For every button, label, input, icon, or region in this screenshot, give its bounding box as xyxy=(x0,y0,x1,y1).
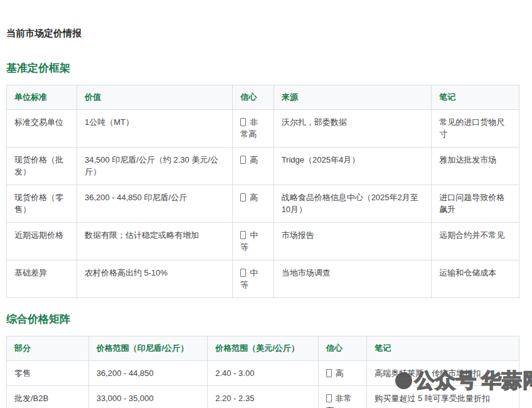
confidence-label: 高 xyxy=(250,193,258,202)
missing-glyph-icon xyxy=(240,231,246,239)
table-cell: 2.20 - 2.35 xyxy=(208,386,318,408)
table-cell: 当地市场调查 xyxy=(274,260,432,298)
table-cell: Tridge（2025年4月） xyxy=(274,147,432,185)
table-cell: 零售 xyxy=(7,360,89,386)
table-cell: 33,000 - 35,000 xyxy=(88,386,208,408)
table-cell: 标准交易单位 xyxy=(7,109,77,147)
column-header: 价格范围（美元/公斤） xyxy=(208,336,318,361)
table-cell: 2.40 - 3.00 xyxy=(208,360,318,386)
table-cell: 战略食品价格信息中心（2025年2月至10月） xyxy=(274,185,432,222)
section-heading-price-matrix: 综合价格矩阵 xyxy=(6,313,521,326)
document-page: 当前市场定价情报 基准定价框架 单位标准价值信心来源笔记标准交易单位1公吨（MT… xyxy=(0,28,532,408)
column-header: 笔记 xyxy=(367,336,519,361)
table-row: 现货价格（批发）34,500 印尼盾/公斤（约 2.30 美元/公斤）高Trid… xyxy=(7,147,519,185)
column-header: 单位标准 xyxy=(7,85,77,110)
missing-glyph-icon xyxy=(326,394,332,402)
column-header: 来源 xyxy=(274,85,432,110)
table-row: 基础差异农村价格高出约 5-10%中等当地市场调查运输和仓储成本 xyxy=(7,260,519,298)
section-heading-benchmark: 基准定价框架 xyxy=(6,62,521,75)
table-cell: 运输和仓储成本 xyxy=(432,260,519,298)
confidence-cell: 非常高 xyxy=(233,109,274,147)
column-header: 部分 xyxy=(7,336,89,361)
page-title: 当前市场定价情报 xyxy=(6,28,521,39)
missing-glyph-icon xyxy=(240,156,246,164)
column-header: 笔记 xyxy=(432,85,519,110)
table-cell: 常见的进口货物尺寸 xyxy=(432,109,519,147)
missing-glyph-icon xyxy=(240,118,246,126)
benchmark-pricing-table: 单位标准价值信心来源笔记标准交易单位1公吨（MT）非常高沃尔扎，部委数据常见的进… xyxy=(6,85,519,298)
table-cell: 现货价格（批发） xyxy=(7,147,77,185)
column-header: 价格范围（印尼盾/公斤） xyxy=(88,336,208,361)
confidence-cell: 高 xyxy=(233,185,274,222)
table-cell: 1公吨（MT） xyxy=(77,109,232,147)
confidence-label: 高 xyxy=(250,155,258,164)
column-header: 价值 xyxy=(77,85,232,110)
missing-glyph-icon xyxy=(326,369,332,377)
confidence-label: 高 xyxy=(336,368,344,378)
table-cell: 雅加达批发市场 xyxy=(432,147,519,185)
table-row: 近期远期价格数据有限；估计稳定或略有增加中等市场报告远期合约并不常见 xyxy=(7,222,519,260)
header-row: 单位标准价值信心来源笔记 xyxy=(7,85,519,110)
table-row: 批发/B2B33,000 - 35,0002.20 - 2.35非常高购买量超过… xyxy=(7,386,519,408)
confidence-cell: 非常高 xyxy=(318,386,367,408)
confidence-cell: 高 xyxy=(318,360,367,386)
table-cell: 高端奥特莱斯；传统市场折扣 xyxy=(367,360,519,386)
table-cell: 购买量超过 5 吨可享受批量折扣 xyxy=(367,386,519,408)
column-header: 信心 xyxy=(233,85,274,110)
table-cell: 近期远期价格 xyxy=(7,222,77,260)
column-header: 信心 xyxy=(318,336,367,361)
confidence-cell: 中等 xyxy=(233,222,274,260)
table-cell: 数据有限；估计稳定或略有增加 xyxy=(77,222,232,260)
missing-glyph-icon xyxy=(240,193,246,201)
header-row: 部分价格范围（印尼盾/公斤）价格范围（美元/公斤）信心笔记 xyxy=(7,336,519,361)
table-cell: 34,500 印尼盾/公斤（约 2.30 美元/公斤） xyxy=(77,147,232,185)
table-cell: 沃尔扎，部委数据 xyxy=(274,109,432,147)
table-cell: 进口问题导致价格飙升 xyxy=(432,185,519,222)
table-row: 标准交易单位1公吨（MT）非常高沃尔扎，部委数据常见的进口货物尺寸 xyxy=(7,109,519,147)
table-cell: 36,200 - 44,850 印尼盾/公斤 xyxy=(77,185,232,222)
confidence-cell: 中等 xyxy=(233,260,274,298)
table-cell: 农村价格高出约 5-10% xyxy=(77,260,232,298)
missing-glyph-icon xyxy=(240,269,246,277)
table-cell: 36,200 - 44,850 xyxy=(88,360,208,386)
table-cell: 基础差异 xyxy=(7,260,77,298)
comprehensive-price-matrix-table: 部分价格范围（印尼盾/公斤）价格范围（美元/公斤）信心笔记零售36,200 - … xyxy=(6,336,519,408)
table-cell: 现货价格（零售） xyxy=(7,185,77,222)
table-row: 零售36,200 - 44,8502.40 - 3.00高高端奥特莱斯；传统市场… xyxy=(7,360,519,386)
table-row: 现货价格（零售）36,200 - 44,850 印尼盾/公斤高战略食品价格信息中… xyxy=(7,185,519,222)
table-cell: 批发/B2B xyxy=(7,386,89,408)
confidence-cell: 高 xyxy=(233,147,274,185)
table-cell: 市场报告 xyxy=(274,222,432,260)
table-cell: 远期合约并不常见 xyxy=(432,222,519,260)
